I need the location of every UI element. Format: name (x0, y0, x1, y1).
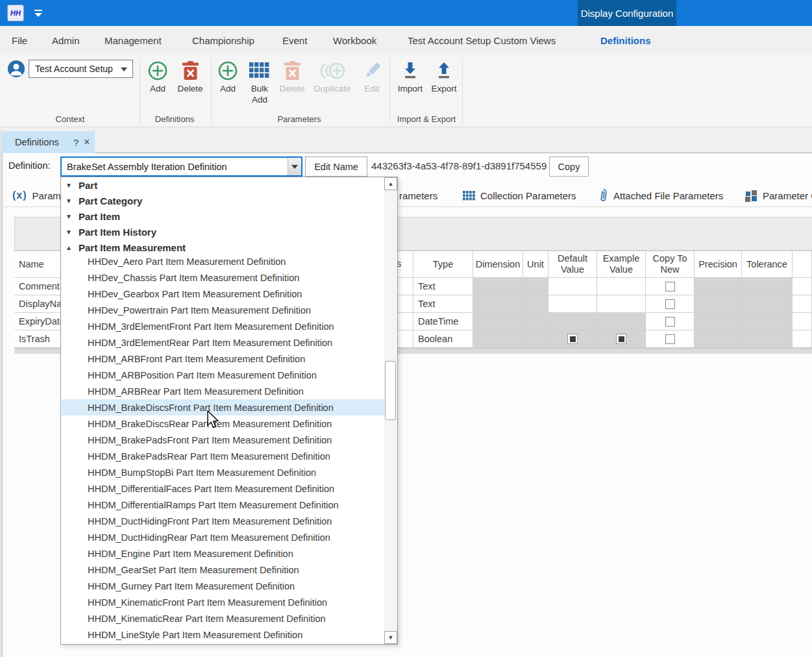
copy-to-new-checkbox[interactable] (665, 317, 675, 327)
app-logo-icon[interactable]: HH (7, 5, 24, 21)
dropdown-group-part[interactable]: ▼Part (61, 177, 384, 193)
ribbon-tab-test-account-setup-custom-views[interactable]: Test Account Setup Custom Views (408, 26, 556, 55)
cell-example[interactable] (597, 295, 646, 313)
cell-type[interactable]: Text (413, 295, 473, 313)
column-header-partial[interactable] (793, 251, 812, 278)
scroll-up-button[interactable]: ▲ (384, 177, 397, 190)
ribbon-tab-management[interactable]: Management (105, 26, 162, 55)
tab-hidden-parameters[interactable]: rameters (399, 186, 437, 205)
cell-type[interactable]: DateTime (413, 313, 473, 330)
dropdown-item[interactable]: HHDM_ARBPosition Part Item Measurement D… (62, 367, 384, 383)
edit-name-button[interactable]: Edit Name (305, 156, 367, 177)
dropdown-item[interactable]: HHDM_GearSet Part Item Measurement Defin… (62, 562, 384, 578)
document-tab-definitions[interactable]: Definitions ? × (2, 131, 95, 153)
dropdown-item[interactable]: HHDM_Gurney Part Item Measurement Defini… (62, 578, 384, 594)
import-arrow-icon (400, 61, 420, 81)
cell-example[interactable] (597, 330, 646, 348)
dropdown-item[interactable]: HHDM_3rdElementFront Part Item Measureme… (62, 318, 384, 334)
default-value-checkbox[interactable] (567, 334, 578, 344)
dropdown-item[interactable]: HHDM_KinematicRear Part Item Measurement… (62, 610, 384, 626)
ribbon-tab-championship[interactable]: Championship (192, 26, 254, 55)
delete-definition-label: Delete (171, 83, 209, 94)
expand-icon[interactable]: ▼ (66, 182, 74, 189)
ribbon-tab-file[interactable]: File (12, 26, 27, 55)
copy-guid-button[interactable]: Copy (549, 156, 589, 177)
dropdown-item[interactable]: HHDM_DuctHidingRear Part Item Measuremen… (62, 529, 384, 545)
delete-definition-button[interactable]: Delete (171, 58, 209, 94)
help-icon[interactable]: ? (73, 137, 79, 148)
copy-to-new-checkbox[interactable] (665, 299, 675, 309)
dropdown-item[interactable]: HHDev_Aero Part Item Measurement Definit… (62, 253, 384, 269)
dropdown-item[interactable]: HHDev_Powertrain Part Item Measurement D… (62, 302, 384, 318)
tab-parameter-groups[interactable]: Parameter C (745, 186, 812, 205)
dropdown-group-part-item[interactable]: ▼Part Item (61, 208, 384, 224)
tab-collection-parameters[interactable]: Collection Parameters (463, 186, 576, 205)
copy-to-new-checkbox[interactable] (665, 282, 675, 291)
dropdown-item[interactable]: HHDM_ARBRear Part Item Measurement Defin… (62, 383, 384, 399)
ribbon-tab-definitions[interactable]: Definitions (600, 26, 651, 55)
cell-copy[interactable] (646, 295, 695, 313)
column-header-unit[interactable]: Unit (523, 251, 548, 278)
export-label: Export (425, 83, 463, 94)
cell-copy[interactable] (646, 278, 695, 295)
dropdown-item[interactable]: HHDM_BrakePadsFront Part Item Measuremen… (62, 432, 384, 448)
dropdown-item[interactable]: HHDev_Chassis Part Item Measurement Defi… (62, 269, 384, 286)
dropdown-scrollbar[interactable]: ▲ ▼ (384, 177, 397, 644)
dropdown-item[interactable]: HHDM_ARBFront Part Item Measurement Defi… (62, 351, 384, 367)
dropdown-group-part-category[interactable]: ▼Part Category (61, 193, 384, 208)
collapse-icon[interactable]: ▲ (66, 244, 74, 251)
close-icon[interactable]: × (84, 136, 90, 148)
cell-type[interactable]: Boolean (413, 330, 473, 348)
expand-icon[interactable]: ▼ (66, 213, 74, 220)
expand-icon[interactable]: ▼ (66, 229, 74, 236)
cell-copy[interactable] (646, 313, 695, 330)
scroll-down-button[interactable]: ▼ (384, 631, 397, 644)
quick-access-chevron-icon[interactable] (33, 8, 43, 18)
dropdown-item[interactable]: HHDM_KinematicFront Part Item Measuremen… (62, 594, 384, 610)
application-window: HH Display Configuration FileAdminManage… (0, 0, 812, 657)
dropdown-group-part-item-history[interactable]: ▼Part Item History (61, 224, 384, 240)
dropdown-item[interactable]: HHDM_BrakePadsRear Part Item Measurement… (62, 448, 384, 464)
column-header-example[interactable]: Example Value (597, 251, 646, 278)
dropdown-item[interactable]: HHDM_Engine Part Item Measurement Defini… (62, 545, 384, 562)
import-button[interactable]: Import (391, 58, 429, 94)
dropdown-item[interactable]: HHDM_BrakeDiscsFront Part Item Measureme… (62, 399, 384, 415)
cell-default[interactable] (548, 330, 597, 348)
dropdown-item[interactable]: HHDev_Gearbox Part Item Measurement Defi… (62, 286, 384, 302)
dropdown-item[interactable]: HHDM_DifferentialFaces Part Item Measure… (62, 480, 384, 497)
dropdown-item[interactable]: HHDM_3rdElementRear Part Item Measuremen… (62, 334, 384, 351)
expand-icon[interactable]: ▼ (66, 197, 74, 205)
tab-scalar-parameters[interactable]: (x) Param (12, 186, 61, 205)
dropdown-item[interactable]: HHDM_BrakeDiscsRear Part Item Measuremen… (62, 415, 384, 432)
column-header-type[interactable]: Type (413, 251, 473, 278)
cell-default[interactable] (548, 278, 597, 295)
definition-combobox[interactable]: BrakeSet Assembly Iteration Definition (60, 156, 302, 177)
cell-example[interactable] (597, 278, 646, 295)
combobox-dropdown-button[interactable] (288, 158, 301, 175)
cell-type[interactable]: Text (413, 278, 473, 295)
column-header-default[interactable]: Default Value (548, 251, 597, 278)
column-header-precision[interactable]: Precision (695, 251, 742, 278)
tab-attached-file-parameters[interactable]: Attached File Parameters (598, 186, 723, 205)
example-value-checkbox[interactable] (616, 334, 626, 344)
column-header-copy[interactable]: Copy To New (646, 251, 695, 278)
dropdown-item[interactable]: HHDM_BumpStopBi Part Item Measurement De… (62, 464, 384, 480)
dropdown-item[interactable]: HHDM_LineStyle Part Item Measurement Def… (62, 626, 384, 643)
cell-unit (523, 330, 548, 348)
column-header-dimension[interactable]: Dimension (473, 251, 523, 278)
copy-to-new-checkbox[interactable] (665, 334, 675, 344)
export-button[interactable]: Export (425, 58, 463, 94)
cell-default[interactable] (548, 295, 597, 313)
scrollbar-thumb[interactable] (385, 361, 396, 420)
cell-copy[interactable] (646, 330, 695, 348)
context-selector[interactable]: Test Account Setup (29, 60, 133, 78)
column-header-tolerance[interactable]: Tolerance (742, 251, 793, 278)
ribbon-tab-admin[interactable]: Admin (52, 26, 80, 55)
dropdown-item[interactable]: HHDM_DuctHidingFront Part Item Measureme… (62, 513, 384, 529)
cell-default[interactable] (548, 313, 597, 330)
dropdown-item[interactable]: HHDM_DifferentialRamps Part Item Measure… (62, 497, 384, 513)
ribbon-tab-workbook[interactable]: Workbook (333, 26, 376, 55)
ribbon-tab-event[interactable]: Event (282, 26, 307, 55)
cell-example[interactable] (597, 313, 646, 330)
duplicate-parameter-button: Duplicate (310, 58, 355, 94)
